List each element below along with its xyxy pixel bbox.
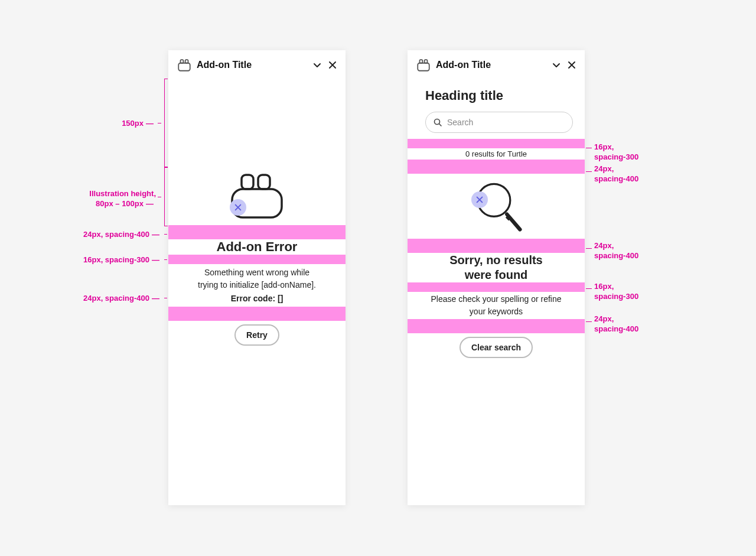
gap-150 <box>168 77 346 166</box>
search-placeholder: Search <box>447 118 473 127</box>
svg-rect-7 <box>420 60 423 63</box>
close-icon[interactable] <box>567 60 576 70</box>
close-icon[interactable] <box>328 60 337 70</box>
panel-title: Add-on Title <box>197 60 312 70</box>
anno-24-2: 24px, spacing-400— <box>83 294 162 304</box>
spacing-bar-16 <box>168 255 346 264</box>
no-results-illustration <box>408 174 585 239</box>
svg-rect-4 <box>242 175 253 189</box>
chevron-down-icon[interactable] <box>552 60 561 70</box>
anno-24-1: 24px, spacing-400— <box>83 230 162 240</box>
svg-rect-5 <box>258 175 270 189</box>
chevron-down-icon[interactable] <box>312 60 322 70</box>
no-results-heading: Sorry, no results were found <box>408 253 585 282</box>
spacing-bar-24 <box>408 160 585 174</box>
svg-rect-0 <box>178 63 190 71</box>
addon-lego-icon <box>416 57 431 73</box>
error-illustration <box>168 166 346 225</box>
anno-16: 16px, spacing-300— <box>83 255 162 265</box>
retry-row: Retry <box>168 321 346 346</box>
anno-r4: 16px,spacing-300 <box>594 282 638 302</box>
panel-header: Add-on Title <box>168 50 346 77</box>
svg-line-13 <box>507 214 520 230</box>
error-body: Something went wrong while trying to ini… <box>168 264 346 307</box>
panel-no-results-state: Add-on Title Heading title Search 0 resu… <box>408 50 585 505</box>
anno-r3: 24px,spacing-400 <box>594 241 638 261</box>
panel-header: Add-on Title <box>408 50 585 77</box>
spacing-bar-24 <box>408 319 585 333</box>
svg-line-10 <box>439 124 442 126</box>
spacing-bar-24 <box>168 225 346 239</box>
page-heading: Heading title <box>425 88 573 103</box>
retry-button[interactable]: Retry <box>234 324 279 346</box>
anno-150px: 150px— <box>122 119 156 129</box>
anno-illus-height: Illustration height, 80px – 100px— <box>89 189 156 209</box>
spacing-bar-24 <box>168 307 346 321</box>
svg-rect-8 <box>425 60 428 63</box>
panel-header-actions <box>552 60 576 70</box>
bracket-illus <box>164 167 168 226</box>
right-top-block: Heading title Search <box>408 77 585 139</box>
spacing-bar-16 <box>408 282 585 292</box>
clear-row: Clear search <box>408 333 585 358</box>
spacing-bar-24 <box>408 239 585 253</box>
panel-header-actions <box>312 60 337 70</box>
clear-search-button[interactable]: Clear search <box>460 337 533 358</box>
error-heading: Add-on Error <box>168 239 346 255</box>
anno-r2: 24px,spacing-400 <box>594 164 638 184</box>
x-badge-icon <box>230 199 246 216</box>
results-count-line: 0 results for Turtle <box>408 148 585 160</box>
addon-lego-icon <box>177 57 192 73</box>
search-icon <box>433 118 442 127</box>
svg-rect-2 <box>185 60 188 63</box>
anno-r5: 24px,spacing-400 <box>594 314 638 334</box>
panel-title: Add-on Title <box>436 60 552 70</box>
no-results-body: Please check your spelling or refine you… <box>408 292 585 319</box>
panel-error-state: Add-on Title Add-on Error Something went <box>168 50 346 505</box>
bracket-150px <box>164 79 168 167</box>
x-badge-icon <box>471 191 488 208</box>
search-input[interactable]: Search <box>425 112 573 133</box>
svg-rect-6 <box>418 63 429 71</box>
svg-rect-1 <box>181 60 184 63</box>
anno-r1: 16px,spacing-300 <box>594 142 638 162</box>
spacing-bar-16 <box>408 139 585 148</box>
